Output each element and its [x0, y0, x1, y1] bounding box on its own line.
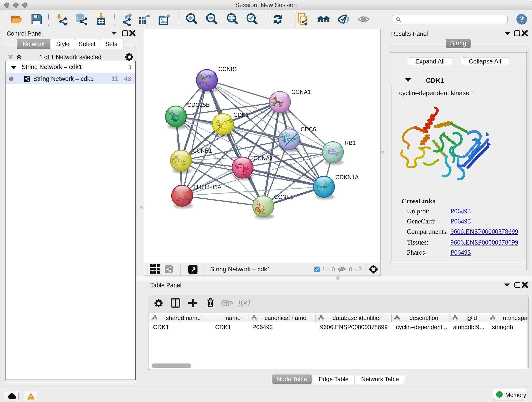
svg-text:CCNE1: CCNE1 [274, 194, 293, 200]
svg-text:HIST1H1A: HIST1H1A [194, 184, 222, 190]
svg-text:CDC25B: CDC25B [187, 102, 210, 108]
svg-text:CCNB1: CCNB1 [192, 147, 212, 154]
svg-text:CCNA2: CCNA2 [253, 155, 273, 161]
svg-text:CDKN1A: CDKN1A [336, 174, 359, 180]
svg-text:CDK1: CDK1 [234, 112, 249, 118]
svg-text:CDC6: CDC6 [301, 126, 316, 133]
svg-text:CCNB2: CCNB2 [218, 66, 238, 72]
svg-text:RB1: RB1 [345, 140, 356, 146]
svg-text:CCNA1: CCNA1 [291, 89, 311, 95]
